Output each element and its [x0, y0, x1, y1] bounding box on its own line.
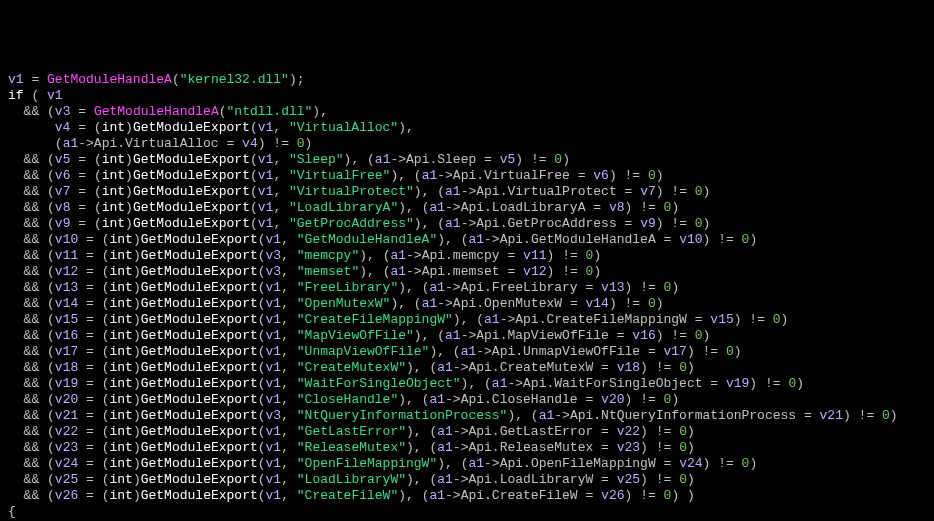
code-line: && (v7 = (int)GetModuleExport(v1, "Virtu…: [8, 184, 926, 200]
code-line: v1 = GetModuleHandleA("kernel32.dll");: [8, 72, 926, 88]
code-line: && (v5 = (int)GetModuleExport(v1, "Sleep…: [8, 152, 926, 168]
code-line: && (v26 = (int)GetModuleExport(v1, "Crea…: [8, 488, 926, 504]
code-line: && (v16 = (int)GetModuleExport(v1, "MapV…: [8, 328, 926, 344]
code-line: && (v17 = (int)GetModuleExport(v1, "Unma…: [8, 344, 926, 360]
code-line: && (v9 = (int)GetModuleExport(v1, "GetPr…: [8, 216, 926, 232]
code-block: v1 = GetModuleHandleA("kernel32.dll");if…: [8, 72, 926, 521]
code-line: && (v6 = (int)GetModuleExport(v1, "Virtu…: [8, 168, 926, 184]
code-line: v4 = (int)GetModuleExport(v1, "VirtualAl…: [8, 120, 926, 136]
code-line: && (v25 = (int)GetModuleExport(v1, "Load…: [8, 472, 926, 488]
code-line: && (v18 = (int)GetModuleExport(v1, "Crea…: [8, 360, 926, 376]
code-line: && (v14 = (int)GetModuleExport(v1, "Open…: [8, 296, 926, 312]
code-line: && (v19 = (int)GetModuleExport(v1, "Wait…: [8, 376, 926, 392]
code-line: && (v20 = (int)GetModuleExport(v1, "Clos…: [8, 392, 926, 408]
code-line: && (v23 = (int)GetModuleExport(v1, "Rele…: [8, 440, 926, 456]
code-line: && (v11 = (int)GetModuleExport(v3, "memc…: [8, 248, 926, 264]
code-line: && (v10 = (int)GetModuleExport(v1, "GetM…: [8, 232, 926, 248]
code-line: && (v15 = (int)GetModuleExport(v1, "Crea…: [8, 312, 926, 328]
code-line: && (v8 = (int)GetModuleExport(v1, "LoadL…: [8, 200, 926, 216]
code-line: if ( v1: [8, 88, 926, 104]
code-line: && (v24 = (int)GetModuleExport(v1, "Open…: [8, 456, 926, 472]
code-line: && (v22 = (int)GetModuleExport(v1, "GetL…: [8, 424, 926, 440]
code-line: (a1->Api.VirtualAlloc = v4) != 0): [8, 136, 926, 152]
code-line: && (v13 = (int)GetModuleExport(v1, "Free…: [8, 280, 926, 296]
code-line: && (v21 = (int)GetModuleExport(v3, "NtQu…: [8, 408, 926, 424]
code-line: {: [8, 504, 926, 520]
code-line: && (v3 = GetModuleHandleA("ntdll.dll"),: [8, 104, 926, 120]
code-line: && (v12 = (int)GetModuleExport(v3, "mems…: [8, 264, 926, 280]
